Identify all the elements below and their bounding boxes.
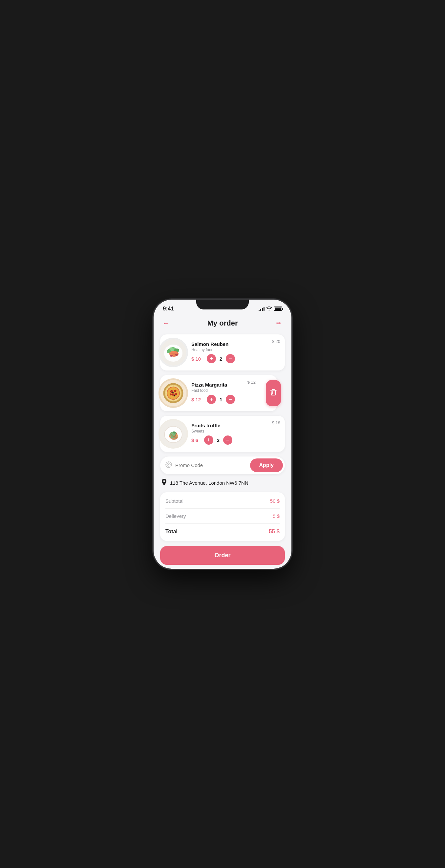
subtotal-value: 50 $: [270, 498, 280, 504]
item-total-salmon: $ 20: [272, 339, 280, 344]
svg-point-35: [174, 437, 177, 438]
svg-point-17: [174, 390, 177, 392]
increase-button-pizza[interactable]: +: [207, 395, 216, 404]
item-category-salmon: Healthy food: [191, 347, 281, 352]
notch: [196, 300, 249, 309]
total-label: Total: [165, 529, 178, 535]
decrease-button-truffle[interactable]: −: [223, 435, 232, 445]
svg-point-33: [176, 434, 178, 436]
quantity-controls-salmon: $ 10 + 2 −: [191, 354, 281, 363]
delivery-value: 5 $: [273, 513, 280, 519]
address-row: 118 The Avenue, London NW6 7NN: [160, 479, 285, 487]
order-item-truffle: Fruits truffle Sweets $ 6 + 3 − $ 18: [160, 416, 285, 452]
item-details-truffle: Fruits truffle Sweets $ 6 + 3 −: [188, 423, 281, 445]
promo-icon: [165, 461, 172, 469]
signal-icon: [259, 307, 264, 311]
increase-button-salmon[interactable]: +: [207, 354, 216, 363]
item-name-pizza: Pizza Margarita: [191, 382, 273, 388]
address-text: 118 The Avenue, London NW6 7NN: [170, 480, 248, 486]
svg-point-9: [175, 354, 178, 356]
quantity-controls-pizza: $ 12 + 1 −: [191, 395, 273, 404]
decrease-button-pizza[interactable]: −: [226, 395, 235, 404]
quantity-pizza: 1: [219, 397, 223, 402]
main-content[interactable]: ← My order ✏: [154, 314, 291, 569]
total-value: 55 $: [269, 528, 280, 535]
delivery-row: Delievery 5 $: [165, 508, 280, 523]
delete-button-pizza[interactable]: [266, 380, 281, 406]
order-item-salmon: Salmon Reuben Healthy food $ 10 + 2 − $ …: [160, 334, 285, 371]
item-category-truffle: Sweets: [191, 429, 281, 434]
order-item-pizza: Pizza Margarita Fast food $ 12 + 1 − $ 1…: [160, 375, 277, 411]
order-button[interactable]: Order: [160, 546, 285, 565]
item-category-pizza: Fast food: [191, 388, 273, 393]
item-details-salmon: Salmon Reuben Healthy food $ 10 + 2 −: [188, 341, 281, 363]
back-button[interactable]: ←: [160, 317, 172, 329]
status-time: 9:41: [163, 306, 174, 312]
subtotal-row: Subtotal 50 $: [165, 494, 280, 508]
promo-section: Apply: [160, 457, 285, 474]
item-image-truffle: [159, 419, 188, 448]
item-price-truffle: $ 6: [191, 437, 198, 443]
apply-button[interactable]: Apply: [250, 459, 283, 472]
summary-card: Subtotal 50 $ Delievery 5 $ Total 55 $: [160, 492, 285, 541]
promo-input[interactable]: [175, 462, 250, 468]
phone-frame: 9:41: [154, 300, 291, 569]
item-total-pizza: $ 12: [248, 380, 256, 384]
quantity-salmon: 2: [219, 356, 223, 362]
total-row: Total 55 $: [165, 523, 280, 539]
item-name-salmon: Salmon Reuben: [191, 341, 281, 347]
svg-point-34: [169, 435, 171, 437]
status-icons: [259, 306, 282, 311]
page-title: My order: [208, 319, 238, 328]
location-icon: [161, 479, 167, 487]
increase-button-truffle[interactable]: +: [204, 435, 213, 445]
page-header: ← My order ✏: [160, 314, 285, 334]
item-image-pizza: [159, 378, 188, 408]
phone-screen: 9:41: [154, 300, 291, 569]
item-price-pizza: $ 12: [191, 397, 201, 402]
promo-bar: Apply: [160, 457, 285, 474]
back-arrow-icon: ←: [162, 319, 170, 328]
subtotal-label: Subtotal: [165, 498, 184, 504]
battery-icon: [274, 307, 282, 311]
item-details-pizza: Pizza Margarita Fast food $ 12 + 1 −: [188, 382, 273, 404]
quantity-controls-truffle: $ 6 + 3 −: [191, 435, 281, 445]
edit-button[interactable]: ✏: [273, 317, 285, 329]
edit-icon: ✏: [276, 320, 281, 327]
delivery-label: Delievery: [165, 513, 186, 519]
svg-point-8: [170, 355, 173, 357]
trash-icon: [270, 389, 277, 397]
svg-point-39: [168, 464, 169, 465]
quantity-truffle: 3: [216, 437, 221, 443]
decrease-button-salmon[interactable]: −: [226, 354, 235, 363]
svg-point-22: [174, 395, 176, 396]
item-name-truffle: Fruits truffle: [191, 423, 281, 428]
wifi-icon: [266, 306, 272, 311]
item-price-salmon: $ 10: [191, 356, 201, 362]
item-image-salmon: [159, 338, 188, 367]
item-total-truffle: $ 18: [272, 421, 280, 425]
